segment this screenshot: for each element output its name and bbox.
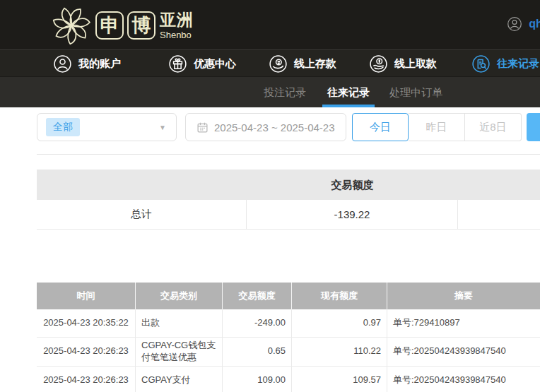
user-avatar-icon	[507, 16, 522, 32]
cell-summary: 单号:202504243939847540	[387, 338, 540, 366]
today-button[interactable]: 今日	[352, 113, 409, 141]
date-range-picker[interactable]: 2025-04-23 ~ 2025-04-23	[185, 113, 346, 141]
column-header-summary: 摘要	[387, 283, 540, 309]
active-tab-underline	[322, 105, 375, 107]
summary-total-value: -139.22	[247, 200, 458, 229]
column-header-type: 交易类别	[136, 283, 223, 309]
tab-label: 往来记录	[327, 86, 370, 100]
transaction-type-select[interactable]: 全部 ▼	[37, 113, 177, 141]
button-label: 昨日	[426, 121, 447, 134]
table-row: 2025-04-23 20:26:23 CGPAY-CG钱包支付笔笔送优惠 0.…	[37, 338, 540, 367]
cell-amount: 0.65	[223, 338, 292, 366]
gift-icon	[168, 54, 187, 73]
records-table: 时间 交易类别 交易额度 现有额度 摘要 2025-04-23 20:35:22…	[37, 283, 540, 392]
username-text[interactable]: qhhw	[529, 18, 540, 30]
cell-balance: 0.97	[292, 309, 387, 337]
account-icon	[53, 54, 72, 73]
records-tab-bar: 投注记录 往来记录 处理中订单	[0, 76, 540, 107]
button-label: 今日	[370, 121, 391, 134]
user-account-area[interactable]: qhhw	[507, 16, 540, 32]
page: 申 博 亚洲 Shenbo qhhw 我的账户	[0, 0, 540, 392]
summary-total-label: 总计	[37, 200, 247, 229]
summary-empty-cell	[458, 200, 540, 229]
section-divider	[37, 154, 540, 155]
yesterday-button[interactable]: 昨日	[409, 113, 465, 141]
cell-time: 2025-04-23 20:26:23	[37, 367, 136, 392]
tab-label: 处理中订单	[389, 86, 442, 100]
cell-summary: 单号:202504243939847540	[387, 367, 540, 392]
logo-char-bo: 博	[127, 11, 155, 40]
cell-time: 2025-04-23 20:26:23	[37, 338, 136, 366]
records-icon	[471, 54, 491, 73]
tab-betting-records[interactable]: 投注记录	[264, 77, 306, 108]
column-header-time: 时间	[37, 283, 136, 309]
summary-total-row: 总计 -139.22	[37, 200, 540, 230]
nav-label: 我的账户	[78, 57, 121, 71]
tab-processing-orders[interactable]: 处理中订单	[389, 77, 442, 108]
cell-balance: 109.57	[292, 367, 387, 392]
nav-item-promotions[interactable]: 优惠中心	[168, 50, 236, 77]
button-label: 近8日	[479, 121, 506, 134]
logo-region-text: 亚洲	[160, 12, 194, 28]
brand-logo[interactable]: 申 博 亚洲 Shenbo	[51, 5, 194, 46]
cell-type: CGPAY支付	[136, 367, 223, 392]
cell-type: 出款	[136, 309, 223, 337]
cell-amount: 109.00	[223, 367, 292, 392]
last-8-days-button[interactable]: 近8日	[465, 113, 522, 141]
logo-subtitle-text: Shenbo	[160, 30, 194, 40]
quick-date-button-group: 今日 昨日 近8日	[352, 113, 522, 141]
nav-item-withdraw[interactable]: 线上取款	[369, 50, 437, 77]
nav-label: 线上存款	[294, 57, 336, 71]
flower-logo-icon	[51, 5, 92, 46]
cell-time: 2025-04-23 20:35:22	[37, 309, 136, 337]
summary-table: 交易额度 总计 -139.22	[37, 170, 540, 230]
summary-header-label: 交易额度	[247, 179, 458, 192]
cell-summary: 单号:729410897	[387, 309, 540, 337]
table-row: 2025-04-23 20:26:23 CGPAY支付 109.00 109.5…	[37, 367, 540, 392]
nav-item-transaction-records[interactable]: 往来记录	[471, 50, 539, 77]
logo-char-shen: 申	[95, 11, 124, 40]
nav-item-my-account[interactable]: 我的账户	[53, 50, 121, 77]
nav-label: 往来记录	[497, 57, 539, 71]
cell-type: CGPAY-CG钱包支付笔笔送优惠	[136, 338, 223, 366]
nav-item-deposit[interactable]: 线上存款	[269, 50, 336, 77]
tab-label: 投注记录	[264, 86, 306, 100]
top-header-bar: 申 博 亚洲 Shenbo qhhw	[0, 0, 540, 49]
search-button[interactable]	[527, 113, 540, 141]
table-row: 2025-04-23 20:35:22 出款 -249.00 0.97 单号:7…	[37, 309, 540, 338]
summary-table-header: 交易额度	[37, 170, 540, 200]
selected-type-chip: 全部	[46, 118, 80, 136]
withdraw-icon	[369, 54, 388, 73]
nav-label: 线上取款	[394, 57, 437, 71]
nav-label: 优惠中心	[194, 57, 236, 71]
tab-transaction-records[interactable]: 往来记录	[327, 77, 370, 108]
date-range-value: 2025-04-23 ~ 2025-04-23	[214, 121, 335, 133]
records-table-header-row: 时间 交易类别 交易额度 现有额度 摘要	[37, 283, 540, 309]
column-header-amount: 交易额度	[223, 283, 292, 309]
main-navigation: 我的账户 优惠中心 线上存款 线上取款	[0, 49, 540, 76]
chevron-down-icon: ▼	[159, 124, 166, 131]
column-header-balance: 现有额度	[292, 283, 387, 309]
calendar-icon	[196, 121, 209, 133]
cell-amount: -249.00	[223, 309, 292, 337]
cell-balance: 110.22	[292, 338, 387, 366]
deposit-icon	[269, 54, 288, 73]
